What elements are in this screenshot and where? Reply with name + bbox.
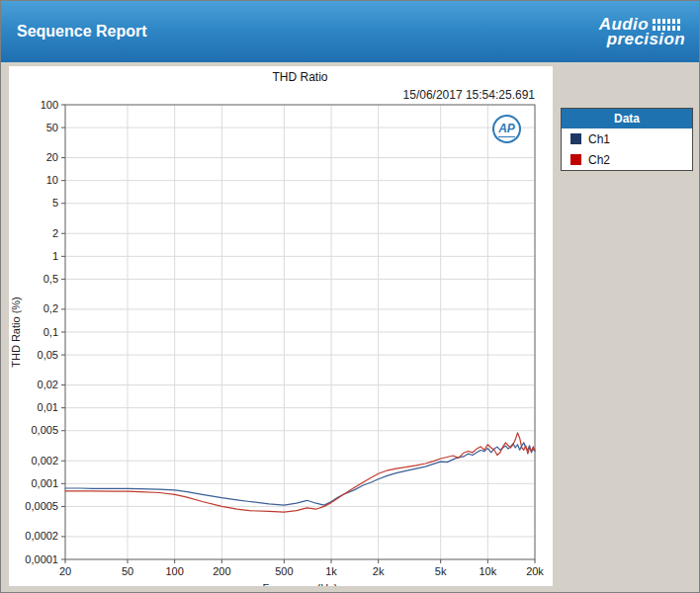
svg-text:0,001: 0,001 (31, 477, 58, 489)
svg-text:0,0001: 0,0001 (25, 553, 58, 565)
thd-plot: 1005020105210,50,20,10,050,020,010,0050,… (9, 66, 553, 586)
chart-title: THD Ratio (65, 70, 535, 84)
svg-text:1k: 1k (325, 565, 337, 577)
svg-text:0,02: 0,02 (38, 379, 58, 390)
svg-text:0,002: 0,002 (31, 455, 58, 466)
svg-text:100: 100 (165, 565, 183, 577)
svg-text:0,5: 0,5 (44, 273, 58, 285)
timestamp: 15/06/2017 15:54:25.691 (403, 88, 535, 102)
legend-header: Data (562, 109, 692, 128)
svg-text:2: 2 (52, 227, 58, 239)
ap-monogram: AP (498, 122, 515, 137)
brand-line2: precision (607, 32, 685, 46)
svg-text:5k: 5k (435, 565, 447, 577)
svg-text:100: 100 (41, 99, 58, 111)
ap-logo-icon: AP (492, 115, 521, 143)
svg-text:0,0002: 0,0002 (25, 530, 58, 542)
svg-text:50: 50 (122, 565, 133, 577)
svg-text:200: 200 (213, 565, 230, 577)
svg-text:0,005: 0,005 (31, 424, 58, 436)
svg-text:20k: 20k (526, 565, 544, 577)
svg-text:500: 500 (275, 565, 293, 577)
svg-text:5: 5 (52, 197, 58, 209)
legend-item-ch1[interactable]: Ch1 (562, 128, 692, 149)
legend-swatch (570, 133, 581, 144)
svg-text:THD Ratio (%): THD Ratio (%) (10, 296, 22, 368)
svg-text:0,0005: 0,0005 (25, 500, 58, 512)
svg-text:0,05: 0,05 (38, 349, 58, 361)
svg-text:10: 10 (46, 174, 58, 186)
svg-text:0,01: 0,01 (38, 401, 58, 413)
svg-text:20: 20 (46, 151, 58, 163)
page-title: Sequence Report (1, 23, 147, 41)
header-bar: Sequence Report Audio precision (1, 1, 699, 62)
svg-text:50: 50 (46, 122, 58, 133)
legend-item-label: Ch2 (588, 153, 610, 167)
svg-text:1: 1 (52, 250, 58, 262)
svg-text:2k: 2k (373, 565, 385, 577)
chart-panel: 1005020105210,50,20,10,050,020,010,0050,… (9, 66, 553, 586)
svg-text:Frequency (Hz): Frequency (Hz) (263, 582, 338, 586)
legend-swatch (570, 154, 581, 165)
svg-text:0,1: 0,1 (44, 326, 58, 338)
audio-precision-logo: Audio precision (599, 17, 685, 46)
svg-text:0,2: 0,2 (44, 302, 58, 314)
legend-item-ch2[interactable]: Ch2 (562, 149, 692, 170)
legend: Data Ch1 Ch2 (561, 108, 693, 171)
svg-text:20: 20 (59, 565, 71, 577)
legend-item-label: Ch1 (588, 132, 610, 146)
svg-text:10k: 10k (479, 565, 496, 577)
